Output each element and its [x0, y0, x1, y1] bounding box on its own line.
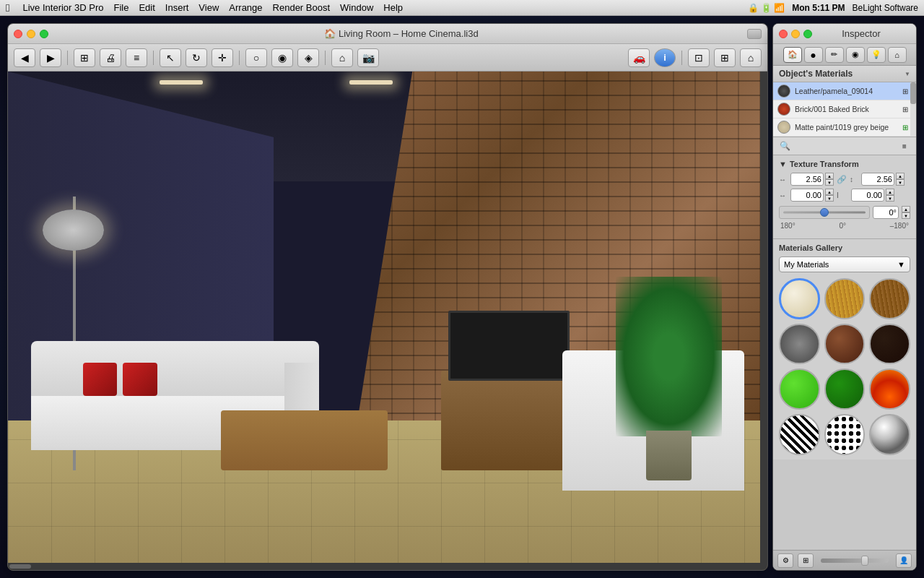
- info-button[interactable]: i: [654, 48, 676, 67]
- material-item-1[interactable]: Leather/pamela_09014 ⊞: [773, 82, 916, 100]
- viewport-scrollbar-v[interactable]: [760, 72, 767, 563]
- tx-offset-x-stepper[interactable]: ▲ ▼: [825, 189, 834, 202]
- objects-materials-header: Object's Materials ▼: [773, 66, 916, 82]
- materials-scrollbar[interactable]: [910, 82, 916, 137]
- close-button[interactable]: [14, 30, 22, 38]
- gallery-item-brown[interactable]: [824, 324, 866, 365]
- gallery-item-zebra[interactable]: [779, 414, 820, 455]
- material-item-2[interactable]: Brick/001 Baked Brick ⊞: [773, 100, 916, 118]
- viewport-scrollbar-h[interactable]: [8, 563, 767, 570]
- export-button[interactable]: ≡: [126, 48, 147, 67]
- gallery-item-spots[interactable]: [824, 414, 866, 455]
- tx-scale-x-down[interactable]: ▼: [825, 179, 834, 186]
- window-resize-control[interactable]: [747, 29, 762, 39]
- menu-arrange[interactable]: Arrange: [229, 2, 262, 13]
- tx-scale-y-stepper[interactable]: ▲ ▼: [896, 173, 905, 186]
- maximize-button[interactable]: [40, 30, 48, 38]
- tx-offset-x-up[interactable]: ▲: [825, 189, 834, 195]
- gallery-item-green-bright[interactable]: [779, 368, 820, 410]
- inspector-close[interactable]: [779, 30, 788, 38]
- inspector-settings-button[interactable]: ⚙: [777, 553, 793, 568]
- materials-scrollbar-thumb[interactable]: [910, 82, 916, 104]
- gallery-item-wood-light[interactable]: [824, 278, 866, 319]
- scrollbar-thumb-h[interactable]: [9, 564, 31, 569]
- tx-offset-y-up[interactable]: ▲: [886, 189, 894, 195]
- view-home-button[interactable]: ⌂: [740, 48, 762, 67]
- menu-edit[interactable]: Edit: [139, 2, 154, 13]
- gallery-item-cream[interactable]: [779, 278, 820, 319]
- inspector-tab-finish[interactable]: ◉: [846, 47, 865, 63]
- car-button[interactable]: 🚗: [628, 48, 650, 67]
- gallery-item-dark-brown[interactable]: [869, 324, 910, 365]
- materials-search-button[interactable]: 🔍: [777, 139, 792, 152]
- tx-offset-y-down[interactable]: ▼: [886, 195, 894, 202]
- inspector-zoom-slider[interactable]: [821, 558, 889, 563]
- tx-scale-y-input[interactable]: [861, 173, 894, 186]
- star-tool[interactable]: ◈: [297, 48, 319, 67]
- zoom-slider-thumb[interactable]: [861, 556, 868, 566]
- camera-button[interactable]: 📷: [357, 48, 379, 67]
- gallery-item-chrome[interactable]: [869, 414, 910, 455]
- tx-offset-x-down[interactable]: ▼: [825, 195, 834, 202]
- view-2d-button[interactable]: ⊡: [688, 48, 710, 67]
- tx-rotation-down[interactable]: ▼: [902, 212, 910, 219]
- floor-plan-button[interactable]: ⊞: [74, 48, 95, 67]
- move-tool[interactable]: ✛: [212, 48, 233, 67]
- gallery-item-wood-dark[interactable]: [869, 278, 910, 319]
- menu-view[interactable]: View: [199, 2, 219, 13]
- gallery-item-stone[interactable]: [779, 324, 820, 365]
- section-expand-icon[interactable]: ▼: [905, 71, 910, 77]
- tx-link-icon[interactable]: 🔗: [837, 175, 847, 184]
- circle-tool[interactable]: ○: [245, 48, 267, 67]
- tx-offset-x-input[interactable]: [790, 189, 824, 202]
- materials-menu-button[interactable]: ≡: [897, 139, 912, 152]
- gallery-dropdown-label: My Materials: [784, 260, 829, 269]
- viewport[interactable]: [8, 72, 767, 570]
- menu-file[interactable]: File: [113, 2, 128, 13]
- inspector-tab-light[interactable]: 💡: [867, 47, 886, 63]
- inspector-tab-texture[interactable]: ✏: [825, 47, 844, 63]
- apple-menu[interactable]: : [6, 1, 9, 14]
- gallery-dropdown[interactable]: My Materials ▼: [779, 256, 910, 272]
- inspector-tab-house[interactable]: ⌂: [888, 47, 907, 63]
- dot-tool[interactable]: ◉: [271, 48, 293, 67]
- tx-scale-x-input[interactable]: [790, 173, 824, 186]
- tx-offset-y-stepper[interactable]: ▲ ▼: [886, 189, 894, 202]
- texture-transform-collapse[interactable]: ▼: [779, 160, 787, 168]
- tx-rotation-up[interactable]: ▲: [902, 206, 910, 212]
- menu-render[interactable]: Render Boost: [273, 2, 331, 13]
- menu-app[interactable]: Live Interior 3D Pro: [22, 2, 103, 13]
- tx-offset-y-input[interactable]: [851, 189, 884, 202]
- tx-rotation-slider[interactable]: [779, 206, 870, 219]
- select-tool[interactable]: ↖: [160, 48, 181, 67]
- material-item-3[interactable]: Matte paint/1019 grey beige ⊞: [773, 118, 916, 137]
- tx-slider-thumb[interactable]: [820, 208, 829, 217]
- render-button[interactable]: 🖨: [100, 48, 121, 67]
- inspector-thumbnail-button[interactable]: ⊞: [798, 553, 814, 568]
- rotate-tool[interactable]: ↻: [186, 48, 207, 67]
- inspector-user-button[interactable]: 👤: [896, 553, 912, 568]
- forward-button[interactable]: ▶: [40, 48, 61, 67]
- inspector-tabs: 🏠 ● ✏ ◉ 💡 ⌂: [773, 44, 916, 66]
- inspector-tab-object[interactable]: 🏠: [783, 47, 802, 63]
- tx-scale-y-up[interactable]: ▲: [896, 173, 905, 179]
- tx-scale-y-down[interactable]: ▼: [896, 179, 905, 186]
- material-name-3: Matte paint/1019 grey beige: [795, 123, 894, 131]
- view-3d-button[interactable]: ⊞: [714, 48, 736, 67]
- menu-insert[interactable]: Insert: [165, 2, 189, 13]
- inspector-tab-material[interactable]: ●: [804, 47, 823, 63]
- inspector-minimize[interactable]: [791, 30, 800, 38]
- structure-button[interactable]: ⌂: [331, 48, 353, 67]
- menu-help[interactable]: Help: [383, 2, 403, 13]
- tx-rotation-stepper[interactable]: ▲ ▼: [902, 206, 910, 219]
- back-button[interactable]: ◀: [14, 48, 35, 67]
- tx-rotation-input[interactable]: [873, 206, 899, 219]
- minimize-button[interactable]: [27, 30, 35, 38]
- gallery-item-fire[interactable]: [869, 368, 910, 410]
- gallery-grid: [779, 278, 910, 455]
- gallery-item-green-dark[interactable]: [824, 368, 866, 410]
- inspector-maximize[interactable]: [803, 30, 812, 38]
- menu-window[interactable]: Window: [340, 2, 373, 13]
- tx-scale-x-stepper[interactable]: ▲ ▼: [825, 173, 834, 186]
- tx-scale-x-up[interactable]: ▲: [825, 173, 834, 179]
